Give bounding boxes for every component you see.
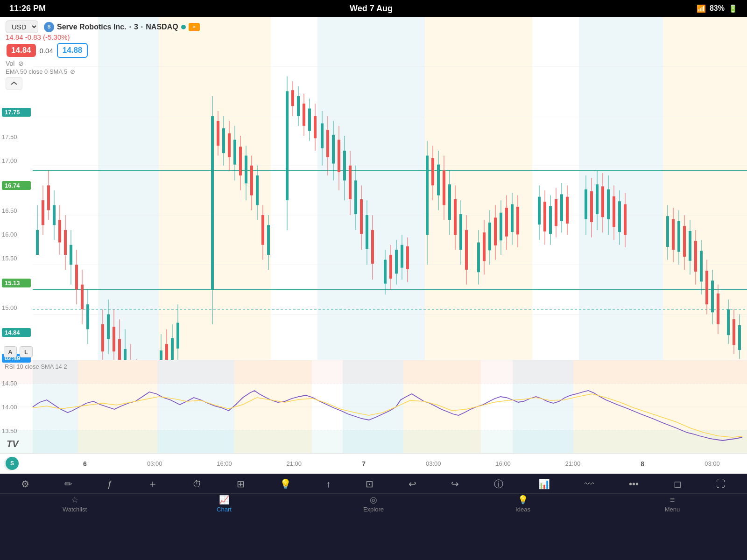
stock-info-row: USD S Serve Robotics Inc. · 3 · NASDAQ ≈ — [6, 21, 741, 33]
svg-rect-143 — [459, 214, 462, 250]
ask-box[interactable]: 14.88 — [57, 43, 88, 58]
exchange-label: NASDAQ — [146, 23, 178, 31]
menu-label: Menu — [665, 506, 680, 513]
watchlist-icon: ☆ — [71, 495, 78, 505]
ideas-label: Ideas — [515, 506, 530, 513]
ema-eye-icon[interactable]: ⊘ — [70, 68, 75, 75]
svg-rect-183 — [607, 189, 610, 219]
vol-row: Vol ⊘ — [6, 60, 741, 67]
svg-rect-81 — [250, 166, 253, 196]
svg-rect-99 — [314, 116, 317, 139]
explore-label: Explore — [363, 506, 384, 513]
svg-rect-181 — [601, 186, 604, 217]
bar-chart-icon[interactable]: 📊 — [538, 478, 550, 490]
price-1350: 13.50 — [2, 427, 31, 434]
svg-rect-89 — [286, 91, 289, 200]
equalizer-icon[interactable]: ≈ — [189, 23, 200, 31]
svg-rect-165 — [543, 202, 546, 231]
collapse-button[interactable] — [6, 77, 22, 90]
svg-rect-105 — [332, 135, 335, 164]
more-icon[interactable]: ••• — [629, 479, 639, 490]
time-tick-0300-2: 03:00 — [399, 460, 468, 468]
l-button[interactable]: L — [20, 346, 33, 357]
svg-rect-195 — [677, 221, 680, 252]
status-time: 11:26 PM — [9, 4, 46, 14]
pencil-icon[interactable]: ✏ — [64, 478, 72, 490]
nav-ideas[interactable]: 💡 Ideas — [448, 494, 598, 514]
clock-icon[interactable]: ⏱ — [192, 479, 202, 490]
svg-rect-109 — [343, 151, 346, 181]
svg-rect-33 — [70, 245, 72, 265]
ema-label: EMA 50 close 0 SMA 5 — [6, 68, 67, 75]
vol-eye-icon[interactable]: ⊘ — [18, 60, 24, 67]
bottom-nav: ☆ Watchlist 📈 Chart ◎ Explore 💡 Ideas ≡ … — [0, 493, 747, 514]
svg-rect-163 — [538, 197, 541, 225]
price-pct: (-5.30%) — [43, 33, 70, 41]
svg-rect-153 — [494, 217, 497, 245]
ema-row: EMA 50 close 0 SMA 5 ⊘ — [6, 68, 741, 75]
svg-rect-93 — [297, 96, 300, 116]
price-1450: 14.50 — [2, 380, 31, 387]
redo-icon[interactable]: ↪ — [451, 478, 459, 490]
nav-explore[interactable]: ◎ Explore — [299, 494, 448, 514]
info-icon[interactable]: ⓘ — [494, 478, 503, 490]
svg-rect-171 — [560, 194, 563, 221]
bid-box[interactable]: 14.84 — [7, 44, 36, 57]
currency-select[interactable]: USD — [6, 21, 38, 33]
separator1: · — [129, 23, 131, 31]
svg-rect-133 — [431, 158, 434, 185]
nav-menu[interactable]: ≡ Menu — [598, 494, 747, 514]
time-axis: ⊕ 6 03:00 16:00 21:00 7 03:00 16:00 21:0… — [0, 453, 747, 474]
svg-rect-189 — [624, 204, 627, 235]
svg-rect-141 — [454, 199, 457, 235]
stock-name: S Serve Robotics Inc. · 3 · NASDAQ ≈ — [44, 22, 200, 32]
share-icon[interactable]: ↑ — [326, 479, 331, 490]
svg-rect-103 — [326, 130, 329, 157]
plus-icon[interactable]: ＋ — [148, 477, 158, 491]
price-1500: 15.00 — [2, 304, 31, 311]
square-icon[interactable]: ◻ — [674, 478, 682, 490]
svg-rect-83 — [256, 175, 259, 205]
price-1650: 16.50 — [2, 207, 31, 214]
svg-rect-127 — [401, 245, 403, 268]
svg-rect-179 — [596, 184, 599, 214]
separator2: · — [141, 23, 143, 31]
svg-rect-205 — [705, 271, 708, 304]
svg-rect-197 — [683, 226, 686, 257]
indicators-icon[interactable]: ⚙ — [21, 478, 29, 490]
a-button[interactable]: A — [4, 346, 17, 357]
price-1750: 17.50 — [2, 133, 31, 140]
undo-icon[interactable]: ↩ — [409, 478, 416, 490]
svg-rect-137 — [443, 170, 445, 205]
drawing-tool-icon[interactable]: 〰 — [585, 479, 594, 490]
svg-rect-97 — [308, 109, 311, 131]
menu-icon: ≡ — [670, 495, 675, 505]
al-buttons: A L — [4, 346, 33, 357]
time-tick-0300-1: 03:00 — [120, 460, 190, 468]
svg-rect-77 — [239, 147, 242, 175]
battery-icon: 🔋 — [728, 4, 738, 13]
price-boxes-row: 14.84 0.04 14.88 — [7, 43, 741, 58]
fullscreen-icon[interactable]: ⛶ — [716, 479, 726, 490]
trend-icon[interactable]: ƒ — [107, 479, 113, 490]
svg-rect-155 — [500, 213, 502, 241]
interval-label: 3 — [134, 23, 138, 31]
nav-chart[interactable]: 📈 Chart — [149, 494, 299, 514]
svg-rect-31 — [64, 230, 67, 255]
grid-icon[interactable]: ⊞ — [237, 478, 245, 490]
spread-label: 0.04 — [40, 47, 53, 55]
svg-rect-159 — [511, 204, 514, 232]
price-1550: 15.50 — [2, 255, 31, 262]
alert-icon[interactable]: ⊡ — [366, 478, 374, 490]
timeframe-button[interactable]: 3m — [56, 459, 75, 470]
company-name: Serve Robotics Inc. — [57, 23, 127, 31]
ticker-symbol[interactable]: SERV — [21, 459, 42, 468]
time-tick-7: 7 — [329, 460, 398, 468]
svg-rect-79 — [245, 156, 247, 184]
svg-rect-149 — [483, 232, 486, 261]
svg-rect-111 — [349, 166, 352, 199]
ideas-icon: 💡 — [518, 495, 528, 505]
nav-watchlist[interactable]: ☆ Watchlist — [0, 494, 149, 514]
svg-rect-209 — [717, 294, 719, 324]
bulb-icon[interactable]: 💡 — [280, 478, 291, 490]
